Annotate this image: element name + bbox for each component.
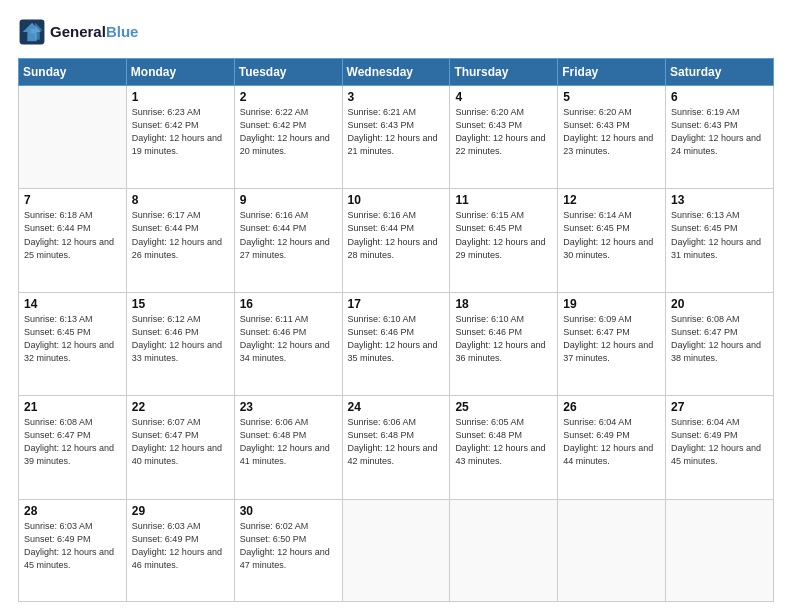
week-row-2: 14Sunrise: 6:13 AMSunset: 6:45 PMDayligh… <box>19 292 774 395</box>
day-cell: 5Sunrise: 6:20 AMSunset: 6:43 PMDaylight… <box>558 86 666 189</box>
day-number: 21 <box>24 400 121 414</box>
day-info: Sunrise: 6:03 AMSunset: 6:49 PMDaylight:… <box>132 520 229 572</box>
day-cell: 8Sunrise: 6:17 AMSunset: 6:44 PMDaylight… <box>126 189 234 292</box>
day-number: 14 <box>24 297 121 311</box>
day-info: Sunrise: 6:22 AMSunset: 6:42 PMDaylight:… <box>240 106 337 158</box>
day-cell: 24Sunrise: 6:06 AMSunset: 6:48 PMDayligh… <box>342 396 450 499</box>
day-number: 2 <box>240 90 337 104</box>
day-info: Sunrise: 6:04 AMSunset: 6:49 PMDaylight:… <box>563 416 660 468</box>
logo: GeneralBlue <box>18 18 138 46</box>
day-cell: 17Sunrise: 6:10 AMSunset: 6:46 PMDayligh… <box>342 292 450 395</box>
week-row-3: 21Sunrise: 6:08 AMSunset: 6:47 PMDayligh… <box>19 396 774 499</box>
day-number: 18 <box>455 297 552 311</box>
day-info: Sunrise: 6:20 AMSunset: 6:43 PMDaylight:… <box>563 106 660 158</box>
day-info: Sunrise: 6:10 AMSunset: 6:46 PMDaylight:… <box>348 313 445 365</box>
weekday-header-monday: Monday <box>126 59 234 86</box>
day-cell: 30Sunrise: 6:02 AMSunset: 6:50 PMDayligh… <box>234 499 342 601</box>
day-cell: 9Sunrise: 6:16 AMSunset: 6:44 PMDaylight… <box>234 189 342 292</box>
day-number: 8 <box>132 193 229 207</box>
day-cell: 19Sunrise: 6:09 AMSunset: 6:47 PMDayligh… <box>558 292 666 395</box>
day-info: Sunrise: 6:18 AMSunset: 6:44 PMDaylight:… <box>24 209 121 261</box>
day-cell: 2Sunrise: 6:22 AMSunset: 6:42 PMDaylight… <box>234 86 342 189</box>
day-info: Sunrise: 6:07 AMSunset: 6:47 PMDaylight:… <box>132 416 229 468</box>
day-info: Sunrise: 6:09 AMSunset: 6:47 PMDaylight:… <box>563 313 660 365</box>
header: GeneralBlue <box>18 18 774 46</box>
weekday-header-sunday: Sunday <box>19 59 127 86</box>
day-number: 10 <box>348 193 445 207</box>
logo-icon <box>18 18 46 46</box>
day-number: 13 <box>671 193 768 207</box>
weekday-header-wednesday: Wednesday <box>342 59 450 86</box>
day-info: Sunrise: 6:13 AMSunset: 6:45 PMDaylight:… <box>24 313 121 365</box>
day-number: 27 <box>671 400 768 414</box>
day-info: Sunrise: 6:11 AMSunset: 6:46 PMDaylight:… <box>240 313 337 365</box>
day-cell: 20Sunrise: 6:08 AMSunset: 6:47 PMDayligh… <box>666 292 774 395</box>
day-info: Sunrise: 6:23 AMSunset: 6:42 PMDaylight:… <box>132 106 229 158</box>
day-cell: 10Sunrise: 6:16 AMSunset: 6:44 PMDayligh… <box>342 189 450 292</box>
day-number: 26 <box>563 400 660 414</box>
day-cell <box>19 86 127 189</box>
day-info: Sunrise: 6:10 AMSunset: 6:46 PMDaylight:… <box>455 313 552 365</box>
day-cell <box>666 499 774 601</box>
day-cell: 13Sunrise: 6:13 AMSunset: 6:45 PMDayligh… <box>666 189 774 292</box>
day-info: Sunrise: 6:15 AMSunset: 6:45 PMDaylight:… <box>455 209 552 261</box>
day-info: Sunrise: 6:12 AMSunset: 6:46 PMDaylight:… <box>132 313 229 365</box>
day-info: Sunrise: 6:05 AMSunset: 6:48 PMDaylight:… <box>455 416 552 468</box>
day-info: Sunrise: 6:17 AMSunset: 6:44 PMDaylight:… <box>132 209 229 261</box>
day-info: Sunrise: 6:14 AMSunset: 6:45 PMDaylight:… <box>563 209 660 261</box>
day-cell: 11Sunrise: 6:15 AMSunset: 6:45 PMDayligh… <box>450 189 558 292</box>
week-row-4: 28Sunrise: 6:03 AMSunset: 6:49 PMDayligh… <box>19 499 774 601</box>
day-number: 6 <box>671 90 768 104</box>
day-info: Sunrise: 6:02 AMSunset: 6:50 PMDaylight:… <box>240 520 337 572</box>
day-number: 24 <box>348 400 445 414</box>
week-row-0: 1Sunrise: 6:23 AMSunset: 6:42 PMDaylight… <box>19 86 774 189</box>
day-number: 30 <box>240 504 337 518</box>
day-cell: 6Sunrise: 6:19 AMSunset: 6:43 PMDaylight… <box>666 86 774 189</box>
weekday-header-thursday: Thursday <box>450 59 558 86</box>
weekday-header-saturday: Saturday <box>666 59 774 86</box>
logo-text: GeneralBlue <box>50 23 138 41</box>
day-number: 19 <box>563 297 660 311</box>
day-number: 5 <box>563 90 660 104</box>
day-info: Sunrise: 6:16 AMSunset: 6:44 PMDaylight:… <box>348 209 445 261</box>
day-number: 23 <box>240 400 337 414</box>
day-cell <box>450 499 558 601</box>
day-number: 16 <box>240 297 337 311</box>
day-cell: 1Sunrise: 6:23 AMSunset: 6:42 PMDaylight… <box>126 86 234 189</box>
day-info: Sunrise: 6:06 AMSunset: 6:48 PMDaylight:… <box>348 416 445 468</box>
day-number: 9 <box>240 193 337 207</box>
day-info: Sunrise: 6:16 AMSunset: 6:44 PMDaylight:… <box>240 209 337 261</box>
day-cell: 28Sunrise: 6:03 AMSunset: 6:49 PMDayligh… <box>19 499 127 601</box>
day-number: 17 <box>348 297 445 311</box>
day-info: Sunrise: 6:04 AMSunset: 6:49 PMDaylight:… <box>671 416 768 468</box>
day-info: Sunrise: 6:19 AMSunset: 6:43 PMDaylight:… <box>671 106 768 158</box>
day-cell: 29Sunrise: 6:03 AMSunset: 6:49 PMDayligh… <box>126 499 234 601</box>
day-number: 3 <box>348 90 445 104</box>
day-number: 7 <box>24 193 121 207</box>
day-cell: 15Sunrise: 6:12 AMSunset: 6:46 PMDayligh… <box>126 292 234 395</box>
week-row-1: 7Sunrise: 6:18 AMSunset: 6:44 PMDaylight… <box>19 189 774 292</box>
day-number: 4 <box>455 90 552 104</box>
day-info: Sunrise: 6:20 AMSunset: 6:43 PMDaylight:… <box>455 106 552 158</box>
day-number: 12 <box>563 193 660 207</box>
day-cell: 22Sunrise: 6:07 AMSunset: 6:47 PMDayligh… <box>126 396 234 499</box>
day-number: 1 <box>132 90 229 104</box>
day-cell: 27Sunrise: 6:04 AMSunset: 6:49 PMDayligh… <box>666 396 774 499</box>
calendar-table: SundayMondayTuesdayWednesdayThursdayFrid… <box>18 58 774 602</box>
day-number: 15 <box>132 297 229 311</box>
day-cell: 25Sunrise: 6:05 AMSunset: 6:48 PMDayligh… <box>450 396 558 499</box>
day-cell <box>342 499 450 601</box>
day-cell: 26Sunrise: 6:04 AMSunset: 6:49 PMDayligh… <box>558 396 666 499</box>
day-cell: 16Sunrise: 6:11 AMSunset: 6:46 PMDayligh… <box>234 292 342 395</box>
page: GeneralBlue SundayMondayTuesdayWednesday… <box>0 0 792 612</box>
day-info: Sunrise: 6:08 AMSunset: 6:47 PMDaylight:… <box>671 313 768 365</box>
day-number: 29 <box>132 504 229 518</box>
day-cell: 14Sunrise: 6:13 AMSunset: 6:45 PMDayligh… <box>19 292 127 395</box>
day-number: 28 <box>24 504 121 518</box>
day-info: Sunrise: 6:06 AMSunset: 6:48 PMDaylight:… <box>240 416 337 468</box>
day-cell: 4Sunrise: 6:20 AMSunset: 6:43 PMDaylight… <box>450 86 558 189</box>
day-number: 25 <box>455 400 552 414</box>
day-number: 22 <box>132 400 229 414</box>
weekday-header-friday: Friday <box>558 59 666 86</box>
weekday-header-tuesday: Tuesday <box>234 59 342 86</box>
